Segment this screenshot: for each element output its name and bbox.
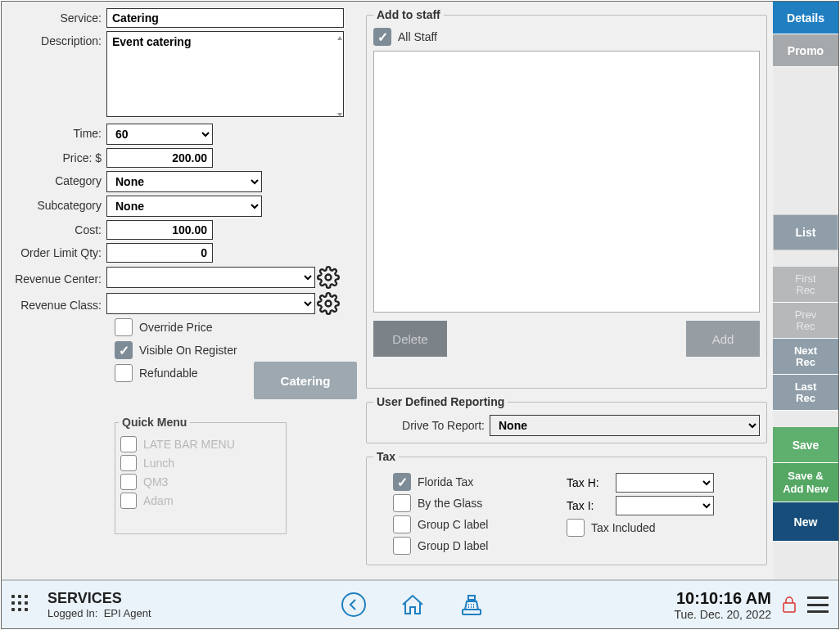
qm-label: QM3: [143, 475, 168, 488]
delete-button[interactable]: Delete: [373, 321, 447, 357]
add-to-staff-legend: Add to staff: [373, 8, 444, 21]
time-label: Time:: [8, 124, 106, 140]
qm-checkbox[interactable]: [120, 436, 137, 452]
grip-icon[interactable]: [11, 595, 31, 614]
override-price-label: Override Price: [139, 321, 212, 334]
all-staff-checkbox[interactable]: [373, 28, 391, 46]
orderlimit-input[interactable]: [106, 243, 213, 263]
tax-included-label: Tax Included: [591, 521, 656, 534]
first-rec-button: FirstRec: [773, 267, 838, 303]
subcategory-label: Subcategory: [8, 196, 106, 212]
lock-icon[interactable]: [781, 595, 797, 614]
qm-checkbox[interactable]: [120, 474, 137, 490]
drive-to-report-select[interactable]: None: [490, 415, 760, 436]
user-defined-reporting-group: User Defined Reporting Drive To Report: …: [366, 395, 767, 443]
add-to-staff-group: Add to staff All Staff Delete Add: [366, 8, 767, 389]
prev-rec-button: PrevRec: [773, 303, 838, 339]
description-textarea[interactable]: Event catering: [106, 31, 344, 117]
service-label: Service:: [8, 8, 106, 25]
staff-listbox[interactable]: [373, 51, 760, 313]
description-label: Description:: [8, 31, 106, 47]
register-icon[interactable]: [458, 592, 485, 618]
revenue-center-select[interactable]: [106, 267, 315, 288]
tax-h-label: Tax H:: [567, 476, 616, 489]
drive-to-report-label: Drive To Report:: [402, 419, 485, 432]
svg-point-0: [326, 275, 332, 281]
next-rec-button[interactable]: NextRec: [773, 339, 838, 375]
all-staff-label: All Staff: [398, 30, 437, 43]
udr-legend: User Defined Reporting: [373, 395, 508, 408]
subcategory-select[interactable]: None: [106, 196, 262, 217]
qm-checkbox[interactable]: [120, 493, 137, 509]
new-button[interactable]: New: [773, 502, 838, 542]
back-icon[interactable]: [341, 592, 367, 618]
svg-rect-5: [784, 603, 795, 612]
gear-icon[interactable]: [317, 292, 340, 315]
cost-input[interactable]: [106, 220, 213, 240]
category-label: Category: [8, 171, 106, 187]
tab-details[interactable]: Details: [773, 2, 838, 34]
svg-point-2: [342, 593, 365, 616]
qm-label: LATE BAR MENU: [143, 438, 235, 451]
group-c-checkbox[interactable]: [393, 515, 411, 533]
last-rec-button[interactable]: LastRec: [773, 375, 838, 411]
cost-label: Cost:: [8, 220, 106, 236]
tax-group: Tax Florida Tax By the Glass Group C lab…: [366, 450, 767, 565]
side-spacer: [773, 67, 838, 214]
save-add-new-button[interactable]: Save &Add New: [773, 463, 838, 502]
save-button[interactable]: Save: [773, 427, 838, 463]
menu-icon[interactable]: [807, 596, 829, 613]
visible-on-register-checkbox[interactable]: [115, 341, 133, 359]
group-d-label: Group D label: [418, 539, 488, 552]
tax-i-select[interactable]: [616, 496, 714, 515]
group-d-checkbox[interactable]: [393, 537, 411, 555]
add-button[interactable]: Add: [686, 321, 760, 357]
tax-i-label: Tax I:: [567, 499, 616, 512]
revenue-class-select[interactable]: [106, 293, 315, 314]
quickmenu-group: Quick Menu LATE BAR MENU Lunch QM3 Adam: [115, 416, 287, 534]
logged-in-text: Logged In: EPI Agent: [47, 607, 151, 619]
time-select[interactable]: 60: [106, 124, 213, 145]
tax-h-select[interactable]: [616, 473, 714, 493]
gear-icon[interactable]: [317, 266, 340, 289]
svg-rect-3: [463, 610, 481, 614]
by-the-glass-label: By the Glass: [418, 497, 482, 510]
qm-checkbox[interactable]: [120, 455, 137, 471]
service-input[interactable]: [106, 8, 344, 28]
refundable-label: Refundable: [139, 367, 198, 380]
list-button[interactable]: List: [773, 214, 838, 250]
visible-on-register-label: Visible On Register: [139, 344, 237, 357]
price-input[interactable]: [106, 148, 213, 168]
home-icon[interactable]: [400, 592, 426, 618]
orderlimit-label: Order Limit Qty:: [8, 243, 106, 259]
revenue-class-label: Revenue Class:: [8, 295, 106, 312]
tax-included-checkbox[interactable]: [567, 519, 585, 537]
category-select[interactable]: None: [106, 171, 262, 192]
refundable-checkbox[interactable]: [115, 364, 133, 382]
clock-date: Tue. Dec. 20, 2022: [674, 608, 771, 621]
group-c-label: Group C label: [418, 518, 488, 531]
quickmenu-legend: Quick Menu: [119, 416, 190, 429]
price-label: Price: $: [8, 148, 106, 164]
tax-legend: Tax: [373, 450, 399, 463]
catering-button[interactable]: Catering: [254, 362, 357, 399]
by-the-glass-checkbox[interactable]: [393, 494, 411, 512]
svg-point-1: [326, 301, 332, 307]
revenue-center-label: Revenue Center:: [8, 269, 106, 286]
florida-tax-checkbox[interactable]: [393, 473, 411, 491]
override-price-checkbox[interactable]: [115, 318, 133, 336]
clock-time: 10:10:16 AM: [674, 589, 771, 608]
tab-promo[interactable]: Promo: [773, 34, 838, 67]
qm-label: Adam: [143, 494, 174, 507]
svg-rect-4: [468, 596, 475, 600]
qm-label: Lunch: [143, 457, 174, 470]
page-title: SERVICES: [47, 590, 151, 607]
florida-tax-label: Florida Tax: [418, 475, 473, 488]
